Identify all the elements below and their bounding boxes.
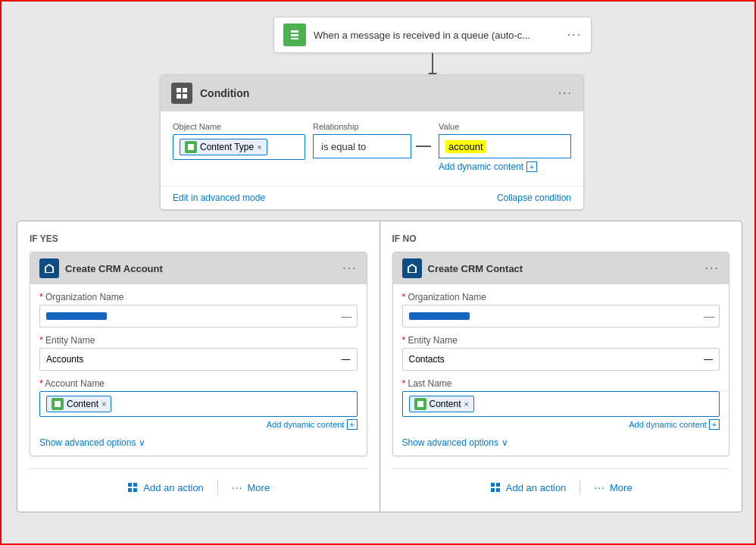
crm-account-icon bbox=[39, 258, 59, 278]
yes-org-name-dash[interactable]: — bbox=[342, 310, 352, 322]
yes-entity-name-arrow: — bbox=[342, 354, 351, 365]
yes-add-action-icon bbox=[127, 481, 139, 493]
collapse-condition-link[interactable]: Collapse condition bbox=[497, 193, 571, 203]
dynamic-content-label: Add dynamic content bbox=[439, 161, 523, 172]
no-branch-actions: Add an action ··· More bbox=[392, 468, 730, 500]
no-content-chip[interactable]: Content × bbox=[409, 396, 474, 412]
chip-close-button[interactable]: × bbox=[257, 143, 261, 152]
relationship-value: is equal to bbox=[321, 141, 366, 152]
yes-chip-label: Content bbox=[67, 399, 98, 409]
no-dynamic-plus[interactable]: + bbox=[709, 419, 720, 430]
crm-account-more-button[interactable]: ··· bbox=[342, 262, 357, 275]
condition-body: Object Name Content Type × bbox=[161, 111, 583, 186]
yes-more-label: More bbox=[248, 482, 270, 493]
yes-chip-close[interactable]: × bbox=[102, 399, 106, 409]
dynamic-content-link[interactable]: Add dynamic content + bbox=[439, 161, 571, 172]
yes-chevron-down-icon: ∨ bbox=[139, 437, 145, 448]
no-chip-icon bbox=[414, 398, 426, 410]
yes-add-action-label: Add an action bbox=[143, 482, 204, 493]
no-entity-name-label: * Entity Name bbox=[402, 335, 720, 346]
no-last-name-box[interactable]: Content × bbox=[402, 391, 720, 417]
yes-dynamic-plus[interactable]: + bbox=[347, 419, 358, 430]
yes-account-name-label: * Account Name bbox=[39, 378, 358, 389]
yes-account-name-box[interactable]: Content × bbox=[39, 391, 358, 417]
yes-org-name-redacted bbox=[46, 312, 107, 320]
crm-account-title: Create CRM Account bbox=[65, 263, 342, 274]
yes-add-dynamic[interactable]: Add dynamic content + bbox=[39, 419, 358, 430]
object-name-label: Object Name bbox=[173, 122, 305, 131]
no-entity-name-field: * Entity Name Contacts — bbox=[402, 335, 720, 371]
no-add-action-icon bbox=[489, 481, 501, 493]
no-add-dynamic[interactable]: Add dynamic content + bbox=[402, 419, 720, 430]
branch-yes-label: IF YES bbox=[30, 233, 367, 244]
no-add-action-button[interactable]: Add an action bbox=[476, 475, 580, 500]
relationship-field: Relationship is equal to bbox=[313, 122, 431, 158]
no-entity-name-arrow: — bbox=[704, 354, 713, 365]
arrow-connector bbox=[432, 53, 433, 74]
yes-add-action-button[interactable]: Add an action bbox=[113, 475, 217, 500]
yes-org-name-field: * Organization Name — bbox=[39, 292, 358, 327]
yes-org-name-label: * Organization Name bbox=[39, 292, 358, 302]
yes-entity-name-value: Accounts bbox=[46, 354, 83, 365]
condition-more-button[interactable]: ··· bbox=[558, 86, 573, 100]
edit-advanced-link[interactable]: Edit in advanced mode bbox=[173, 193, 265, 203]
crm-contact-more-button[interactable]: ··· bbox=[705, 262, 720, 275]
no-more-icon: ··· bbox=[594, 481, 605, 493]
trigger-more-button[interactable]: ··· bbox=[567, 28, 582, 42]
no-org-name-field: * Organization Name — bbox=[402, 292, 720, 327]
no-show-advanced[interactable]: Show advanced options ∨ bbox=[402, 437, 720, 448]
trigger-block[interactable]: When a message is received in a queue (a… bbox=[273, 17, 592, 53]
condition-header: Condition ··· bbox=[161, 75, 583, 111]
no-org-name-input[interactable]: — bbox=[402, 305, 720, 327]
no-entity-name-value: Contacts bbox=[409, 354, 445, 365]
relationship-box[interactable]: is equal to bbox=[313, 134, 411, 158]
svg-rect-2 bbox=[177, 94, 181, 99]
svg-rect-5 bbox=[55, 401, 61, 407]
svg-rect-9 bbox=[133, 488, 137, 492]
yes-content-chip[interactable]: Content × bbox=[46, 396, 111, 412]
create-crm-account-card: Create CRM Account ··· * Organization Na… bbox=[30, 252, 367, 456]
yes-more-button[interactable]: ··· More bbox=[218, 475, 283, 500]
svg-rect-8 bbox=[128, 488, 132, 492]
no-chip-label: Content bbox=[430, 399, 461, 409]
svg-rect-10 bbox=[417, 401, 423, 407]
dynamic-content-plus: + bbox=[526, 161, 537, 172]
condition-title: Condition bbox=[200, 87, 558, 99]
content-type-chip[interactable]: Content Type × bbox=[180, 139, 267, 155]
yes-entity-name-field: * Entity Name Accounts — bbox=[39, 335, 358, 371]
svg-rect-3 bbox=[183, 94, 187, 99]
yes-entity-name-select[interactable]: Accounts — bbox=[39, 348, 358, 371]
yes-more-icon: ··· bbox=[232, 481, 243, 493]
trigger-icon bbox=[283, 23, 306, 46]
crm-account-body: * Organization Name — * Entity Name bbox=[30, 284, 367, 456]
object-name-field: Object Name Content Type × bbox=[173, 122, 305, 160]
branches-container: IF YES Create CRM Account ··· * O bbox=[17, 221, 742, 512]
yes-show-advanced[interactable]: Show advanced options ∨ bbox=[39, 437, 358, 448]
object-name-box[interactable]: Content Type × bbox=[173, 134, 305, 160]
create-crm-account-header: Create CRM Account ··· bbox=[30, 252, 367, 284]
no-entity-name-select[interactable]: Contacts — bbox=[402, 348, 720, 371]
svg-rect-4 bbox=[188, 144, 194, 150]
no-org-name-dash[interactable]: — bbox=[704, 310, 714, 322]
condition-block: Condition ··· Object Name bbox=[160, 74, 584, 210]
svg-rect-14 bbox=[496, 488, 500, 492]
no-add-action-label: Add an action bbox=[506, 482, 567, 493]
svg-rect-0 bbox=[177, 88, 181, 92]
canvas: When a message is received in a queue (a… bbox=[2, 2, 756, 545]
rel-dash bbox=[416, 146, 431, 147]
value-label: Value bbox=[439, 122, 571, 131]
trigger-label: When a message is received in a queue (a… bbox=[314, 30, 567, 41]
crm-contact-body: * Organization Name — * Entity Name bbox=[393, 284, 729, 456]
svg-rect-13 bbox=[491, 488, 495, 492]
yes-branch-actions: Add an action ··· More bbox=[30, 468, 367, 500]
value-field: Value account Add dynamic content + bbox=[439, 122, 571, 172]
svg-rect-12 bbox=[496, 483, 500, 487]
yes-org-name-input[interactable]: — bbox=[39, 305, 358, 327]
no-more-label: More bbox=[610, 482, 633, 493]
no-chip-close[interactable]: × bbox=[464, 399, 469, 409]
crm-contact-title: Create CRM Contact bbox=[428, 263, 705, 274]
condition-footer: Edit in advanced mode Collapse condition bbox=[161, 186, 583, 209]
no-more-button[interactable]: ··· More bbox=[580, 475, 645, 500]
value-box[interactable]: account bbox=[439, 134, 571, 158]
chip-label: Content Type bbox=[200, 142, 254, 152]
